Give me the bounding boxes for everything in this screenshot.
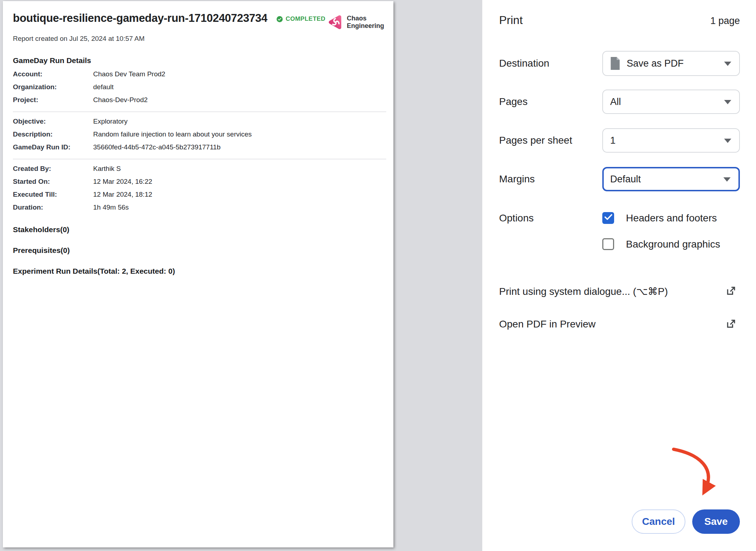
detail-row: Started On: 12 Mar 2024, 16:22 — [13, 178, 386, 185]
margins-label: Margins — [499, 167, 535, 191]
pages-value: All — [610, 96, 621, 107]
open-pdf-in-preview-link[interactable]: Open PDF in Preview — [499, 316, 740, 332]
chevron-down-icon — [724, 139, 731, 143]
detail-row: Created By: Karthik S — [13, 165, 386, 172]
destination-dropdown[interactable]: Save as PDF — [602, 51, 740, 76]
detail-row: Description: Random failure injection to… — [13, 130, 386, 138]
chaos-engineering-logo-icon — [327, 14, 343, 30]
chevron-down-icon — [724, 62, 731, 66]
background-graphics-label: Background graphics — [626, 238, 720, 250]
chevron-down-icon — [724, 100, 731, 104]
background-graphics-checkbox[interactable] — [602, 238, 614, 250]
status-text: COMPLETED — [286, 15, 325, 23]
detail-row: Account: Chaos Dev Team Prod2 — [13, 70, 386, 78]
pages-dropdown[interactable]: All — [602, 90, 740, 114]
chaos-engineering-logo: Chaos Engineering — [327, 14, 384, 30]
detail-row: Duration: 1h 49m 56s — [13, 203, 386, 211]
destination-value: Save as PDF — [627, 58, 684, 69]
chevron-down-icon — [723, 177, 731, 182]
pages-per-sheet-label: Pages per sheet — [499, 128, 572, 153]
detail-row: GameDay Run ID: 35660fed-44b5-472c-a045-… — [13, 143, 386, 151]
panel-header: Print 1 page — [499, 14, 740, 27]
margins-value: Default — [610, 174, 641, 185]
report-created-line: Report created on Jul 25, 2024 at 10:57 … — [13, 35, 386, 43]
save-button[interactable]: Save — [692, 509, 740, 534]
report-header: boutique-resilience-gameday-run-17102407… — [13, 12, 386, 30]
external-link-icon — [725, 319, 736, 330]
destination-label: Destination — [499, 51, 549, 76]
pages-per-sheet-dropdown[interactable]: 1 — [602, 128, 740, 153]
details-group-2: Objective: Exploratory Description: Rand… — [13, 118, 386, 151]
stakeholders-heading: Stakeholders(0) — [13, 225, 386, 234]
section-heading-gameday-run-details: GameDay Run Details — [13, 56, 386, 65]
status-badge: COMPLETED — [277, 15, 325, 23]
pages-label: Pages — [499, 90, 527, 114]
report-page-preview: boutique-resilience-gameday-run-17102407… — [3, 1, 393, 547]
detail-row: Project: Chaos-Dev-Prod2 — [13, 96, 386, 104]
section-divider — [13, 159, 386, 159]
report-title: boutique-resilience-gameday-run-17102407… — [13, 12, 267, 25]
checkmark-icon — [604, 214, 612, 220]
experiment-run-details-heading: Experiment Run Details(Total: 2, Execute… — [13, 267, 386, 276]
headers-and-footers-checkbox[interactable] — [602, 212, 614, 224]
headers-and-footers-label: Headers and footers — [626, 212, 717, 224]
panel-title: Print — [499, 14, 523, 27]
detail-row: Objective: Exploratory — [13, 118, 386, 125]
print-settings-panel: Print 1 page Destination Save as PDF Pag… — [482, 0, 756, 551]
external-link-icon — [725, 286, 736, 297]
print-dialog-screen: boutique-resilience-gameday-run-17102407… — [0, 0, 756, 551]
print-system-dialog-link[interactable]: Print using system dialogue... (⌥⌘P) — [499, 283, 740, 300]
detail-row: Executed Till: 12 Mar 2024, 18:12 — [13, 191, 386, 198]
logo-text: Chaos Engineering — [347, 15, 384, 30]
print-preview-area: boutique-resilience-gameday-run-17102407… — [0, 0, 482, 551]
prerequisites-heading: Prerequisites(0) — [13, 246, 386, 255]
details-group-3: Created By: Karthik S Started On: 12 Mar… — [13, 165, 386, 211]
pages-per-sheet-value: 1 — [610, 135, 616, 146]
check-circle-icon — [277, 16, 283, 22]
options-label: Options — [499, 212, 534, 224]
section-divider — [13, 111, 386, 112]
detail-row: Organization: default — [13, 83, 386, 91]
margins-dropdown[interactable]: Default — [602, 167, 740, 191]
cancel-button[interactable]: Cancel — [632, 509, 685, 534]
page-count: 1 page — [710, 15, 740, 27]
dialog-buttons: Cancel Save — [632, 509, 740, 534]
details-group-1: Account: Chaos Dev Team Prod2 Organizati… — [13, 70, 386, 104]
pdf-file-icon — [610, 57, 620, 70]
